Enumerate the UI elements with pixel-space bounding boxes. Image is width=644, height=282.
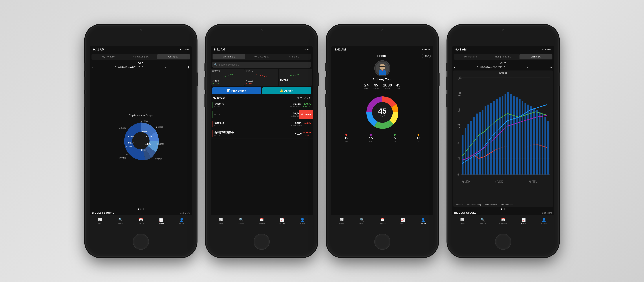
phone2-nav-stocks[interactable]: 📈 Stocks xyxy=(272,218,292,224)
phone4-nav-calendar-label: Calendar xyxy=(499,222,507,224)
phone3-nav-news[interactable]: 📰 News xyxy=(332,218,352,224)
phone4-side-right xyxy=(558,73,560,86)
phone1-nav-stocks[interactable]: 📈 Stocks xyxy=(151,218,172,224)
phone2-delete-btn[interactable]: 🗑 Delete xyxy=(299,110,312,119)
phone3-side-right xyxy=(438,73,440,86)
phone2-nav-stocks-label: Stocks xyxy=(279,222,285,224)
phone3-nav-calendar[interactable]: 📅 Calendar xyxy=(372,218,392,224)
stock0-price-area: 56,830 56,200-57,000 xyxy=(290,102,301,108)
phone2-stock-0[interactable]: 金風科技 02208 56,830 56,200-57,000 +1.46% ▲… xyxy=(211,100,312,110)
phone2-live-control[interactable]: Live ▼ xyxy=(304,97,310,99)
phone2-stock-3[interactable]: 山東新華製藥股份 00719 4,105 -2.96% ▼ 124 xyxy=(211,129,312,138)
svg-rect-38 xyxy=(504,94,506,175)
phone4-nav-profile[interactable]: 👤 Profile xyxy=(534,218,554,224)
phone4-tab-hk[interactable]: Hong Kong SC xyxy=(487,54,519,59)
phone2-stocks-controls: All ▼ Live ▼ xyxy=(297,97,310,99)
phone2-my-stocks-title: My Stocks xyxy=(213,97,226,100)
phone4-see-more[interactable]: See More xyxy=(542,212,552,214)
phone1-nav-profile[interactable]: 👤 Profile xyxy=(172,218,192,224)
phone3-mini-val-1: 15 xyxy=(369,136,373,140)
phone1-all-dropdown[interactable]: All ▼ xyxy=(90,61,192,65)
phone1-side-left1 xyxy=(84,63,86,71)
svg-rect-52 xyxy=(544,117,546,174)
phone2-my-stocks-header: My Stocks All ▼ Live ▼ xyxy=(211,96,312,100)
svg-text:2016/12/09: 2016/12/09 xyxy=(462,180,470,184)
phone4-prev-btn[interactable]: ‹ xyxy=(454,66,455,69)
phone4-nav-news-label: News xyxy=(460,222,464,224)
phone3-home[interactable] xyxy=(374,234,390,250)
phone2-card1-value: 4,102 xyxy=(246,79,277,82)
phone1-filter-icon[interactable]: ⚙ xyxy=(187,66,190,69)
phone2-nav-search[interactable]: 🔍 Search xyxy=(231,218,252,224)
phone2-ai-alert-label: AI Alert xyxy=(284,89,293,92)
phone4-next-btn[interactable]: › xyxy=(527,66,528,69)
svg-text:15%: 15% xyxy=(458,75,462,81)
phone3-side-left3 xyxy=(325,94,327,107)
phone3-nav-stocks[interactable]: 📈 Stocks xyxy=(392,218,413,224)
phone1-tab-hk[interactable]: Hong Kong SC xyxy=(124,54,157,59)
phone2-all-control[interactable]: All ▼ xyxy=(297,97,302,99)
phone2-stock-2[interactable]: 新華保險 01336 8,941 10,500-10600 -0.23% ▼ 2… xyxy=(211,119,312,129)
phone2-tab-portfolio[interactable]: My Portfolio xyxy=(213,54,245,59)
pie-label-other: 52.9% xyxy=(124,153,128,155)
phone3-nav-search[interactable]: 🔍 Search xyxy=(352,218,372,224)
phone1-tab-china[interactable]: China SC xyxy=(157,54,190,59)
phone3-side-left2 xyxy=(325,77,327,90)
phone1-tab-portfolio[interactable]: My Portfolio xyxy=(92,54,124,59)
phone4-nav-stocks[interactable]: 📈 Stocks xyxy=(513,218,534,224)
phone3: 9:41 AM ∗ 100% Profile PRO xyxy=(327,26,438,256)
stock3-price-area: 4,105 xyxy=(295,132,302,135)
phone4-nav-calendar[interactable]: 📅 Calendar xyxy=(493,218,513,224)
phone3-avatar-area: Anthony Todd 24 Rank 45 Articles 1600 xyxy=(332,59,433,92)
phone1-nav-search[interactable]: 🔍 Search xyxy=(110,218,131,224)
svg-rect-27 xyxy=(473,117,475,174)
svg-rect-28 xyxy=(476,114,478,175)
phone1-home[interactable] xyxy=(133,234,149,250)
phone3-notch xyxy=(382,29,383,31)
phone2-tab-china[interactable]: China SC xyxy=(278,54,310,59)
phone1-side-left3 xyxy=(84,94,86,107)
svg-rect-32 xyxy=(488,105,489,175)
phone2-side-left1 xyxy=(204,63,206,71)
phone2-search-bar[interactable]: 🔍 Search Symbols... xyxy=(212,62,311,68)
phone4-filter-icon[interactable]: ⚙ xyxy=(550,66,552,69)
phone1-nav-calendar[interactable]: 📅 Calendar xyxy=(131,218,151,224)
phone1-nav-news[interactable]: 📰 News xyxy=(90,218,110,224)
phone4-all-dropdown[interactable]: All ▼ xyxy=(452,61,554,65)
phone1-see-more[interactable]: See More xyxy=(180,212,190,214)
phone2-nav-profile[interactable]: 👤 Profile xyxy=(292,218,312,224)
phone2: 9:41 AM 100% My Portfolio Hong Kong SC C… xyxy=(206,26,317,256)
phone4-nav-news[interactable]: 📰 News xyxy=(452,218,472,224)
phone2-tab-hk[interactable]: Hong Kong SC xyxy=(245,54,278,59)
phone1-time: 9:41 AM xyxy=(93,48,104,51)
phone1-nav-profile-icon: 👤 xyxy=(180,218,184,222)
phone1-dropdown-arrow: ▼ xyxy=(142,62,144,64)
phone4-tab-china[interactable]: China SC xyxy=(520,54,552,59)
phone2-side-left2 xyxy=(204,77,206,90)
phone4-graph-title: Graph1 xyxy=(499,72,507,74)
stock3-price: 4,105 xyxy=(295,132,302,135)
svg-text:2017/06/02: 2017/06/02 xyxy=(494,180,503,184)
phone4-side-left3 xyxy=(446,94,448,107)
phone4: 9:41 AM ∗ 100% My Portfolio Hong Kong SC… xyxy=(448,26,558,256)
phone2-top-tabs: My Portfolio Hong Kong SC China SC xyxy=(212,54,311,60)
phone3-mini-val-2: 5 xyxy=(394,136,396,140)
phone2-pro-search-btn[interactable]: 📊 PRO Search xyxy=(212,87,261,94)
phone1-next-btn[interactable]: › xyxy=(164,66,166,69)
phone2-nav-news[interactable]: 📰 News xyxy=(211,218,231,224)
phone4-nav-search[interactable]: 🔍 Search xyxy=(472,218,493,224)
phone2-home[interactable] xyxy=(254,234,270,250)
phone2-nav-calendar[interactable]: 📅 Calendar xyxy=(252,218,272,224)
phone2-stock-1[interactable]: 00719 10,545 10,500-10800 +0.71% ▲ 🗑 xyxy=(211,110,312,119)
phone3-nav-profile[interactable]: 👤 Profile xyxy=(413,218,433,224)
phone1-prev-btn[interactable]: ‹ xyxy=(92,66,93,69)
phone4-home[interactable] xyxy=(495,234,511,250)
svg-text:2.5: 2.5 xyxy=(458,156,460,161)
phone3-nav-news-label: News xyxy=(339,222,344,224)
phone3-donut-value: 45 xyxy=(378,107,386,115)
phone4-legend-ai: Active Investors xyxy=(483,204,497,206)
phone1-bottom-nav: 📰 News 🔍 Search 📅 Calendar 📈 Stocks xyxy=(90,215,192,227)
phone2-ai-alert-btn[interactable]: 🔔 AI Alert xyxy=(262,87,311,94)
svg-rect-49 xyxy=(536,110,538,175)
phone4-tab-portfolio[interactable]: My Portfolio xyxy=(454,54,487,59)
